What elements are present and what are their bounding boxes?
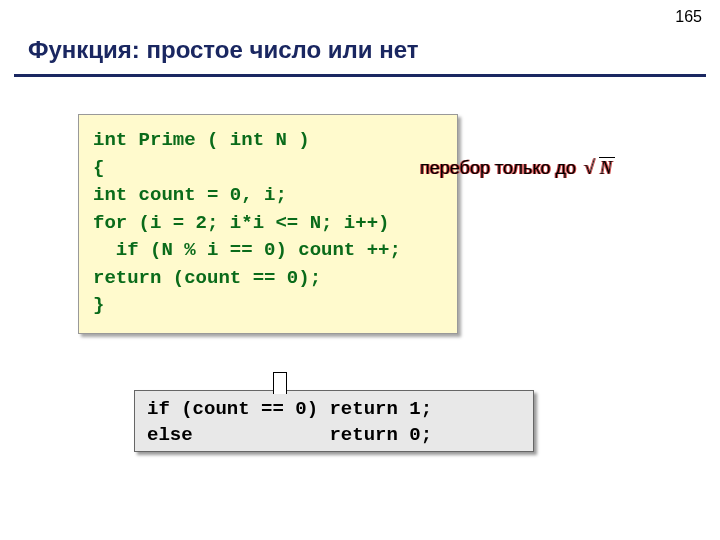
page-title: Функция: простое число или нет <box>28 36 418 64</box>
code-block-expansion: if (count == 0) return 1; else return 0; <box>134 390 534 452</box>
callout-pointer <box>273 372 287 394</box>
title-divider <box>14 74 706 77</box>
sqrt-operand: N <box>599 157 615 178</box>
page-number: 165 <box>675 8 702 26</box>
sqrt-icon: N <box>587 158 615 179</box>
code-block-main: int Prime ( int N ) { int count = 0, i; … <box>78 114 458 334</box>
annotation-text: перебор только до <box>420 158 576 178</box>
annotation-label: перебор только до N <box>420 158 615 179</box>
